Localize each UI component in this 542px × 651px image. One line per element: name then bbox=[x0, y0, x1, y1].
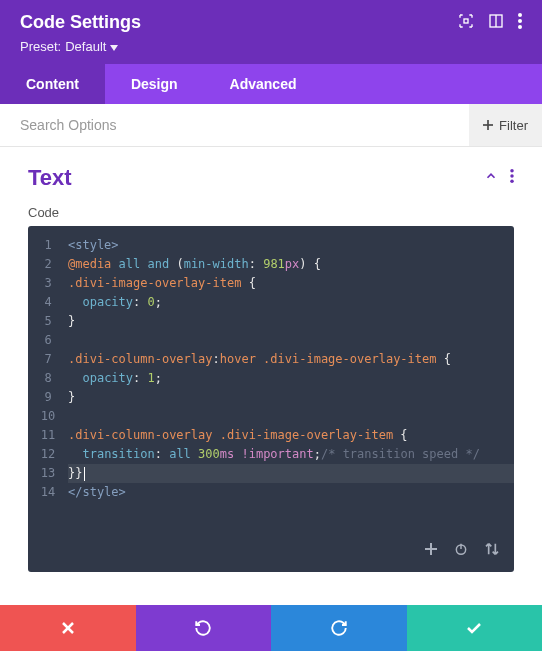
caret-down-icon bbox=[110, 39, 118, 54]
section-more-icon[interactable] bbox=[510, 169, 514, 187]
tab-design[interactable]: Design bbox=[105, 64, 204, 104]
line-number: 1 bbox=[28, 236, 68, 255]
code-line[interactable]: 12 transition: all 300ms !important;/* t… bbox=[28, 445, 514, 464]
svg-point-3 bbox=[518, 13, 522, 17]
svg-point-5 bbox=[518, 25, 522, 29]
code-line[interactable]: 5} bbox=[28, 312, 514, 331]
header-actions bbox=[458, 13, 522, 33]
code-line[interactable]: 9} bbox=[28, 388, 514, 407]
code-text[interactable]: } bbox=[68, 388, 514, 407]
line-number: 4 bbox=[28, 293, 68, 312]
code-footer bbox=[28, 532, 514, 572]
svg-point-10 bbox=[510, 180, 514, 184]
plus-icon bbox=[483, 118, 493, 133]
text-cursor bbox=[84, 467, 85, 481]
save-button[interactable] bbox=[407, 605, 543, 651]
sort-icon[interactable] bbox=[484, 542, 500, 562]
code-text[interactable] bbox=[68, 331, 514, 350]
code-editor[interactable]: 1<style>2@media all and (min-width: 981p… bbox=[28, 226, 514, 572]
code-line[interactable]: 7.divi-column-overlay:hover .divi-image-… bbox=[28, 350, 514, 369]
code-text[interactable]: transition: all 300ms !important;/* tran… bbox=[68, 445, 514, 464]
svg-point-4 bbox=[518, 19, 522, 23]
code-line[interactable]: 10 bbox=[28, 407, 514, 426]
line-number: 9 bbox=[28, 388, 68, 407]
close-button[interactable] bbox=[0, 605, 136, 651]
search-row: Filter bbox=[0, 104, 542, 147]
bottom-bar bbox=[0, 605, 542, 651]
line-number: 14 bbox=[28, 483, 68, 502]
undo-button[interactable] bbox=[136, 605, 272, 651]
code-text[interactable]: .divi-column-overlay .divi-image-overlay… bbox=[68, 426, 514, 445]
preset-value: Default bbox=[65, 39, 106, 54]
code-line[interactable]: 13}} bbox=[28, 464, 514, 483]
modal-title: Code Settings bbox=[20, 12, 141, 33]
line-number: 8 bbox=[28, 369, 68, 388]
filter-button[interactable]: Filter bbox=[469, 104, 542, 146]
code-line[interactable]: 6 bbox=[28, 331, 514, 350]
code-text[interactable]: }} bbox=[68, 464, 514, 483]
expand-icon[interactable] bbox=[458, 13, 474, 33]
grid-icon[interactable] bbox=[488, 13, 504, 33]
code-text[interactable]: opacity: 0; bbox=[68, 293, 514, 312]
tab-bar: Content Design Advanced bbox=[0, 64, 542, 104]
code-text[interactable]: .divi-image-overlay-item { bbox=[68, 274, 514, 293]
code-text[interactable]: @media all and (min-width: 981px) { bbox=[68, 255, 514, 274]
line-number: 2 bbox=[28, 255, 68, 274]
code-line[interactable]: 2@media all and (min-width: 981px) { bbox=[28, 255, 514, 274]
preset-label: Preset: bbox=[20, 39, 61, 54]
code-text[interactable]: opacity: 1; bbox=[68, 369, 514, 388]
code-text[interactable] bbox=[68, 407, 514, 426]
code-line[interactable]: 14</style> bbox=[28, 483, 514, 502]
search-input[interactable] bbox=[0, 104, 469, 146]
code-line[interactable]: 1<style> bbox=[28, 236, 514, 255]
preset-selector[interactable]: Preset: Default bbox=[20, 39, 522, 54]
line-number: 12 bbox=[28, 445, 68, 464]
code-text[interactable]: <style> bbox=[68, 236, 514, 255]
code-text[interactable]: } bbox=[68, 312, 514, 331]
code-line[interactable]: 3.divi-image-overlay-item { bbox=[28, 274, 514, 293]
svg-point-9 bbox=[510, 174, 514, 178]
section-title: Text bbox=[28, 165, 72, 191]
line-number: 11 bbox=[28, 426, 68, 445]
add-icon[interactable] bbox=[424, 542, 438, 562]
code-text[interactable]: </style> bbox=[68, 483, 514, 502]
filter-label: Filter bbox=[499, 118, 528, 133]
line-number: 10 bbox=[28, 407, 68, 426]
more-icon[interactable] bbox=[518, 13, 522, 33]
code-line[interactable]: 11.divi-column-overlay .divi-image-overl… bbox=[28, 426, 514, 445]
code-line[interactable]: 8 opacity: 1; bbox=[28, 369, 514, 388]
svg-rect-0 bbox=[464, 19, 468, 23]
line-number: 3 bbox=[28, 274, 68, 293]
code-line[interactable]: 4 opacity: 0; bbox=[28, 293, 514, 312]
tab-advanced[interactable]: Advanced bbox=[204, 64, 323, 104]
power-icon[interactable] bbox=[454, 542, 468, 562]
svg-point-8 bbox=[510, 169, 514, 173]
redo-button[interactable] bbox=[271, 605, 407, 651]
tab-content[interactable]: Content bbox=[0, 64, 105, 104]
modal-header: Code Settings Preset: Default bbox=[0, 0, 542, 64]
line-number: 5 bbox=[28, 312, 68, 331]
content-panel: Text Code 1<style>2@media all and (min-w… bbox=[0, 147, 542, 582]
line-number: 7 bbox=[28, 350, 68, 369]
line-number: 13 bbox=[28, 464, 68, 483]
code-text[interactable]: .divi-column-overlay:hover .divi-image-o… bbox=[68, 350, 514, 369]
collapse-icon[interactable] bbox=[484, 169, 498, 187]
line-number: 6 bbox=[28, 331, 68, 350]
field-label: Code bbox=[28, 205, 514, 220]
